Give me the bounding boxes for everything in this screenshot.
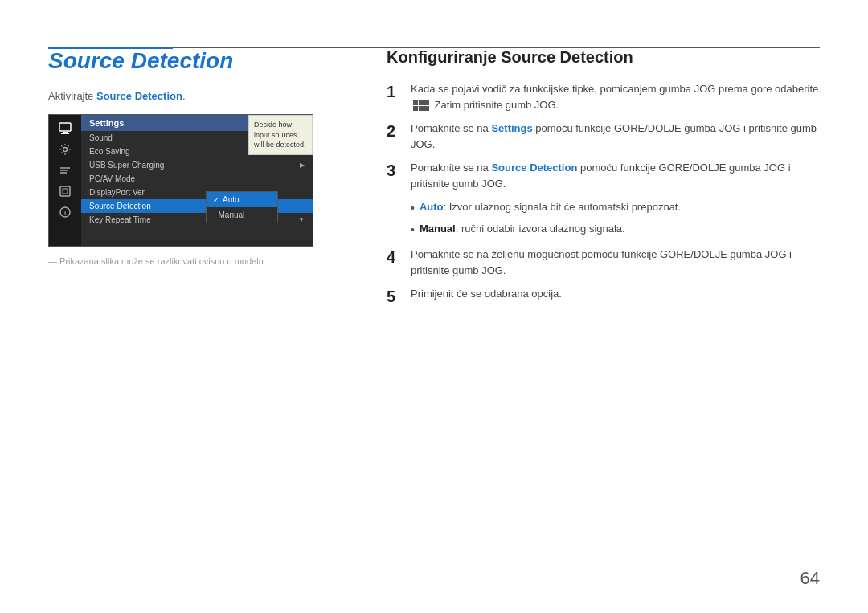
bullet-list: • Auto: Izvor ulaznog signala bit će aut… [411, 199, 820, 239]
bullet-list-container: • Auto: Izvor ulaznog signala bit će aut… [387, 199, 820, 239]
activate-prefix: Aktivirajte [48, 90, 96, 102]
settings-icon [55, 142, 75, 157]
step-1: 1 Kada se pojavi vodič za funkcijske tip… [387, 81, 820, 112]
manual-label: Manual [420, 223, 456, 235]
step-1-text: Kada se pojavi vodič za funkcijske tipke… [411, 81, 820, 112]
step-3-text: Pomaknite se na Source Detection pomoću … [411, 160, 820, 191]
svg-rect-0 [59, 123, 71, 131]
info-icon: i [55, 205, 75, 219]
activate-suffix: . [182, 90, 186, 102]
tooltip-text: Decide how input sources will be detecte… [254, 121, 306, 149]
step-5-text: Primijenit će se odabrana opcija. [411, 286, 820, 302]
activate-bold: Source Detection [96, 90, 182, 102]
step-4: 4 Pomaknite se na željenu mogućnost pomo… [387, 247, 820, 278]
step-4-number: 4 [387, 247, 403, 268]
footnote: — Prikazana slika može se razlikovati ov… [48, 256, 338, 266]
auto-label: Auto [420, 201, 444, 213]
accent-rule [48, 47, 173, 49]
activate-instruction: Aktivirajte Source Detection. [48, 90, 338, 102]
right-column: Konfiguriranje Source Detection 1 Kada s… [362, 48, 820, 581]
step-3: 3 Pomaknite se na Source Detection pomoć… [387, 160, 820, 191]
step-5-number: 5 [387, 286, 403, 307]
step-5: 5 Primijenit će se odabrana opcija. [387, 286, 820, 307]
step-2-bold: Settings [491, 122, 532, 134]
menu-item-pcav: PC/AV Mode [81, 172, 313, 186]
monitor-icon [55, 121, 75, 136]
svg-rect-5 [63, 189, 68, 194]
page-number: 64 [800, 568, 820, 589]
grid-icon [413, 100, 429, 111]
svg-text:i: i [64, 210, 66, 217]
submenu-item-auto[interactable]: ✓ Auto [207, 192, 277, 207]
svg-point-3 [63, 148, 68, 152]
bullet-manual: • Manual: ručni odabir izvora ulaznog si… [411, 221, 820, 239]
monitor-sidebar: i [49, 115, 81, 246]
svg-rect-4 [60, 186, 70, 196]
step-1-number: 1 [387, 81, 403, 102]
svg-rect-2 [61, 133, 69, 134]
step-2: 2 Pomaknite se na Settings pomoću funkci… [387, 121, 820, 152]
step-3-bold: Source Detection [491, 161, 577, 174]
monitor-ui: i Settings Sound ▶ Eco Saving Off USB Su… [48, 114, 313, 247]
submenu-item-manual[interactable]: Manual [207, 207, 277, 223]
step-2-number: 2 [387, 121, 403, 141]
section-title: Konfiguriranje Source Detection [387, 48, 820, 67]
gear-icon [55, 184, 75, 198]
tooltip-box: Decide how input sources will be detecte… [248, 115, 313, 155]
step-4-text: Pomaknite se na željenu mogućnost pomoću… [411, 247, 820, 278]
submenu: ✓ Auto Manual [206, 191, 278, 223]
steps-list: 1 Kada se pojavi vodič za funkcijske tip… [387, 81, 820, 307]
step-3-number: 3 [387, 160, 403, 181]
svg-rect-1 [63, 132, 68, 133]
transfer-icon [55, 163, 75, 178]
left-column: Source Detection Aktivirajte Source Dete… [48, 48, 362, 581]
page-title: Source Detection [48, 48, 338, 74]
menu-item-usb: USB Super Charging ▶ [81, 158, 313, 172]
step-2-text: Pomaknite se na Settings pomoću funkcije… [411, 121, 820, 152]
bullet-auto: • Auto: Izvor ulaznog signala bit će aut… [411, 199, 820, 217]
